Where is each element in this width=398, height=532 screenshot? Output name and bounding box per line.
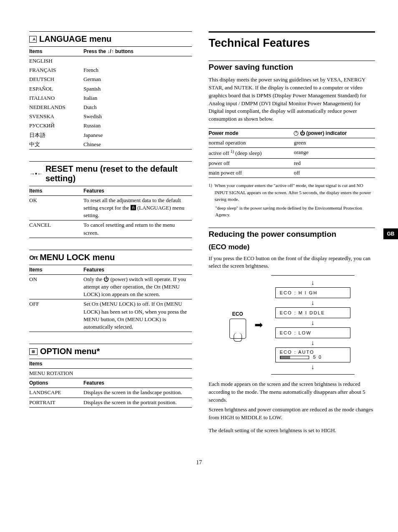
eco-title: Reducing the power consumption [209,228,375,239]
lang-val: Italian [83,94,192,103]
reset-icon: →•← [29,170,43,177]
menulock-heading: Oπ MENU LOCK menu [29,253,192,262]
menulock-item: OFF [29,299,83,332]
language-title: LANGUAGE menu [39,34,111,44]
eco-mode-box: ECO : M I DDLE [275,307,350,318]
eco-mode-box-auto: ECO : AUTO 5 0 [275,347,350,362]
pind: off [294,168,375,177]
eco-button-icon [229,319,246,339]
option-heading: ⊞ OPTION menu* [29,347,192,356]
lang-val: French [83,66,192,75]
reset-val: To reset all the adjustment data to the … [83,195,192,220]
lang-val: Dutch [83,103,192,112]
language-icon: A [29,36,37,43]
th-features: Features [83,265,192,274]
footnote-text: When your computer enters the "active of… [214,182,375,203]
eco-mode-stack: ↓ ECO : H I GH ↓ ECO : M I DDLE ↓ ECO : … [271,275,355,375]
power-icon [294,131,298,136]
eco-body1: If you press the ECO button on the front… [209,255,375,271]
pmode: main power off [209,168,294,177]
region-tab: GB [383,228,398,239]
option-val: Displays the screen in the portrait posi… [83,398,192,407]
language-section: A LANGUAGE menu Items Press the ↓/↑ butt… [29,31,192,149]
eco-body4: The default setting of the screen bright… [209,427,375,435]
th-action: Press the ↓/↑ buttons [83,47,192,56]
eco-button-label: ECO [229,311,246,317]
reset-table: Items Features OKTo reset all the adjust… [29,186,192,238]
th-items: Items [29,359,192,369]
lang-val: Russian [83,121,192,130]
option-subitem: MENU ROTATION [29,369,192,378]
lang-val: Chinese [83,140,192,149]
lang-item: SVENSKA [29,112,83,121]
lang-item: DEUTSCH [29,75,83,84]
eco-subtitle: (ECO mode) [209,243,375,251]
th-features: Features [83,186,192,195]
pmode: power off [209,158,294,168]
eco-body2: Each mode appears on the screen and the … [209,380,375,404]
menulock-table: Items Features ONOnly the ⏻ (power) swit… [29,265,192,332]
pind: green [294,138,375,148]
lang-item: ENGLISH [29,56,83,66]
arrow-right-icon: ➡ [254,320,263,330]
eco-auto-value: 5 0 [313,355,322,360]
lang-item: FRANÇAIS [29,66,83,75]
th-powermode: Power mode [209,129,294,138]
arrow-down-icon: ↓ [271,363,355,371]
option-icon: ⊞ [29,348,38,355]
reset-title: RESET menu (reset to the default setting… [45,164,192,183]
lang-item: ITALIANO [29,94,83,103]
eco-diagram: ECO ➡ ↓ ECO : H I GH ↓ ECO : M I DDLE ↓ … [229,275,355,375]
th-indicator: ⏻ (power) indicator [294,129,375,138]
option-item: PORTRAIT [29,398,83,407]
reset-item: OK [29,195,83,220]
arrow-down-icon: ↓ [271,279,355,286]
lock-icon: Oπ [29,254,37,261]
eco-mode-box: ECO : LOW [275,327,350,338]
powersaving-body: This display meets the power saving guid… [209,76,375,123]
footnote-2: "deep sleep" is the power saving mode de… [215,205,375,218]
reset-val: To cancel resetting and return to the me… [83,220,192,238]
progress-bar-icon [280,356,309,359]
lang-item: РУССКИЙ [29,121,83,130]
eco-button-block: ECO [229,311,246,339]
lang-item: 日本語 [29,131,83,140]
footnote-1: 1) When your computer enters the "active… [209,182,375,203]
th-items: Items [29,265,83,274]
pmode: normal operation [209,138,294,148]
lang-val [83,56,192,66]
menulock-section: Oπ MENU LOCK menu Items Features ONOnly … [29,250,192,332]
main-title: Technical Features [209,37,375,50]
menulock-val: Set Oπ (MENU LOCK) to off. If Oπ (MENU L… [83,299,192,332]
arrow-down-icon: ↓ [271,319,355,327]
lang-val: Swedish [83,112,192,121]
powersaving-title: Power saving function [209,61,375,72]
option-section: ⊞ OPTION menu* Items MENU ROTATION Optio… [29,344,192,408]
th-items: Items [29,47,83,56]
reset-item: CANCEL [29,220,83,238]
arrow-down-icon: ↓ [271,339,355,347]
lang-item: NEDERLANDS [29,103,83,112]
lang-item: ESPAÑOL [29,84,83,94]
power-table: Power mode ⏻ (power) indicator normal op… [209,128,375,177]
eco-mode-box: ECO : H I GH [275,287,350,298]
page-number: 17 [0,459,398,466]
reset-section: →•← RESET menu (reset to the default set… [29,161,192,238]
pmode: active off 1) (deep sleep) [209,148,294,159]
th-options: Options [29,378,83,388]
menulock-val: Only the ⏻ (power) switch will operate. … [83,274,192,299]
lang-val: Spanish [83,84,192,94]
eco-body3: Screen brightness and power consumption … [209,406,375,422]
th-items: Items [29,186,83,195]
lang-val: German [83,75,192,84]
option-title: OPTION menu* [40,347,100,356]
language-heading: A LANGUAGE menu [29,34,192,44]
menulock-title: MENU LOCK menu [40,253,115,262]
option-item: LANDSCAPE [29,388,83,398]
option-val: Displays the screen in the landscape pos… [83,388,192,398]
pind: orange [294,148,375,159]
language-table: Items Press the ↓/↑ buttons ENGLISH FRAN… [29,46,192,149]
menulock-item: ON [29,274,83,299]
lang-val: Japanese [83,131,192,140]
arrow-down-icon: ↓ [271,299,355,307]
